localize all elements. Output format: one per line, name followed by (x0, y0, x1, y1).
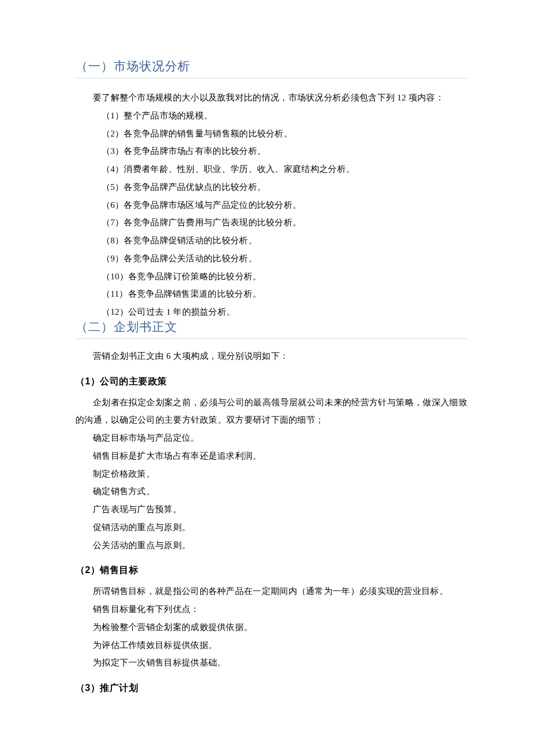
list-item: （11）各竞争品牌销售渠道的比较分析。 (75, 285, 467, 303)
sales-target-paragraph: 所谓销售目标，就是指公司的各种产品在一定期间内（通常为一年）必须实现的营业目标。 (75, 582, 467, 600)
list-item: （9）各竞争品牌公关活动的比较分析。 (75, 250, 467, 268)
policy-paragraph: 企划者在拟定企划案之前，必须与公司的最高领导层就公司未来的经营方针与策略，做深入… (75, 394, 467, 430)
list-item: 公关活动的重点与原则。 (75, 537, 467, 555)
list-item: （2）各竞争品牌的销售量与销售额的比较分析。 (75, 125, 467, 143)
list-item: （10）各竞争品牌订价策略的比较分析。 (75, 268, 467, 286)
heading-section-1: （一）市场状况分析 (75, 58, 467, 78)
sales-target-advantages-intro: 销售目标量化有下列优点： (75, 600, 467, 618)
intro-section-1: 要了解整个市场规模的大小以及敌我对比的情况，市场状况分析必须包含下列 12 项内… (75, 89, 467, 107)
list-item: 制定价格政策。 (75, 465, 467, 483)
subheading-promotion-plan: （3）推广计划 (75, 682, 467, 694)
list-item: 销售目标是扩大市场占有率还是追求利润。 (75, 447, 467, 465)
list-sales-target-items: 为检验整个营销企划案的成败提供依据。 为评估工作绩效目标提供依据。 为拟定下一次… (75, 618, 467, 672)
list-item: （7）各竞争品牌广告费用与广告表现的比较分析。 (75, 214, 467, 232)
list-item: （3）各竞争品牌市场占有率的比较分析。 (75, 142, 467, 160)
list-policy-items: 确定目标市场与产品定位。 销售目标是扩大市场占有率还是追求利润。 制定价格政策。… (75, 429, 467, 554)
subheading-policy: （1）公司的主要政策 (75, 376, 467, 388)
list-item: 为检验整个营销企划案的成败提供依据。 (75, 618, 467, 636)
list-item: 为评估工作绩效目标提供依据。 (75, 636, 467, 654)
intro-section-2: 营销企划书正文由 6 大项构成，现分别说明如下： (75, 347, 467, 365)
list-item: （5）各竞争品牌产品优缺点的比较分析。 (75, 178, 467, 196)
list-item: 促销活动的重点与原则。 (75, 519, 467, 537)
section-plan-body: （二）企划书正文 营销企划书正文由 6 大项构成，现分别说明如下： （1）公司的… (75, 319, 467, 694)
list-item: 为拟定下一次销售目标提供基础。 (75, 654, 467, 672)
section-market-status: （一）市场状况分析 要了解整个市场规模的大小以及敌我对比的情况，市场状况分析必须… (75, 58, 467, 321)
list-market-items: （1）整个产品市场的规模。 （2）各竞争品牌的销售量与销售额的比较分析。 （3）… (75, 107, 467, 321)
list-item: （8）各竞争品牌促销活动的比较分析。 (75, 232, 467, 250)
list-item: 广告表现与广告预算。 (75, 501, 467, 519)
list-item: （1）整个产品市场的规模。 (75, 107, 467, 125)
subheading-sales-target: （2）销售目标 (75, 564, 467, 577)
list-item: （4）消费者年龄、性别、职业、学历、收入、家庭结构之分析。 (75, 160, 467, 178)
list-item: （6）各竞争品牌市场区域与产品定位的比较分析。 (75, 196, 467, 214)
list-item: 确定目标市场与产品定位。 (75, 429, 467, 447)
list-item: 确定销售方式。 (75, 483, 467, 501)
heading-section-2: （二）企划书正文 (75, 319, 467, 339)
